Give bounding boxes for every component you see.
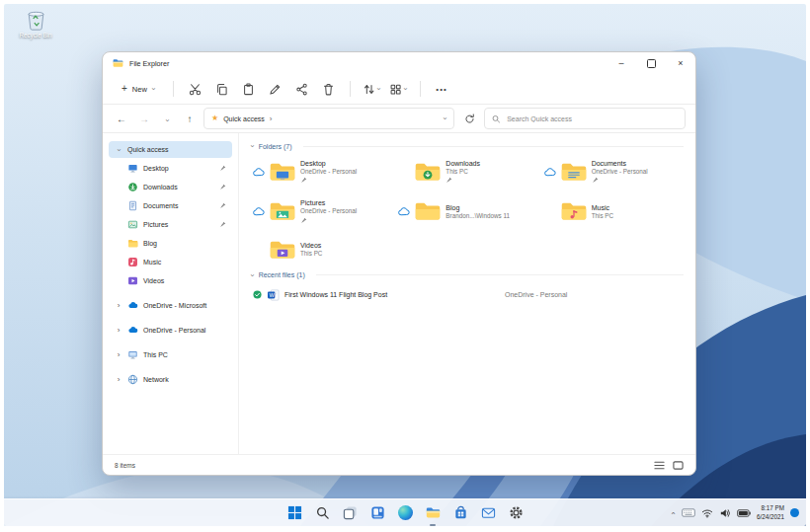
breadcrumb[interactable]: ★ Quick access › › [203,108,454,129]
details-view-toggle[interactable] [654,460,665,471]
cloud-status-icon [253,168,265,177]
folder-tile-videos[interactable]: Videos This PC [251,237,392,264]
settings-button[interactable] [505,502,526,524]
folder-tile-downloads[interactable]: Downloads This PC [396,157,537,187]
toolbar-divider [350,81,351,97]
folders-section-header[interactable]: › Folders (7) [251,142,684,150]
forward-button[interactable]: → [135,114,153,124]
paste-button[interactable] [236,78,261,100]
refresh-icon [464,114,475,124]
search-box[interactable] [484,108,686,129]
folder-tile-desktop[interactable]: Desktop OneDrive - Personal [251,157,392,187]
touch-keyboard-icon[interactable] [682,508,695,517]
pictures-icon [127,219,138,230]
recent-locations-button[interactable]: › [158,114,176,124]
chevron-collapsed-icon: › [115,326,122,335]
view-icon [389,83,402,96]
delete-button[interactable] [316,78,341,100]
copy-icon [215,83,228,96]
sidebar-item-downloads[interactable]: Downloads [122,179,232,195]
wifi-icon[interactable] [701,508,713,518]
see-more-button[interactable]: ••• [430,78,454,100]
volume-icon[interactable] [719,508,731,518]
view-button[interactable]: › [386,78,411,100]
chevron-down-icon: › [375,88,383,91]
sidebar-item-music[interactable]: Music [122,254,232,270]
up-button[interactable]: ↑ [181,114,199,124]
recycle-bin[interactable]: Recycle Bin [12,8,59,38]
breadcrumb-root[interactable]: Quick access [223,115,265,122]
documents-icon [127,200,138,211]
sidebar-item-label: Desktop [143,165,169,172]
sidebar-item-label: OneDrive - Personal [143,327,205,334]
tray-chevron-up-icon[interactable]: › [671,511,679,514]
edge-button[interactable] [394,502,416,524]
file-list-area: › Folders (7) Desktop OneDrive - Persona… [239,133,695,454]
music-icon [127,257,138,267]
cut-icon [189,83,202,96]
sidebar-item-videos[interactable]: Videos [122,272,232,289]
microsoft-store-button[interactable] [449,502,471,524]
minimize-button[interactable]: – [607,52,636,74]
folder-location: Brandon...\Windows 11 [446,212,510,220]
sort-icon [363,83,375,96]
sidebar-item-pictures[interactable]: Pictures [122,216,232,233]
sidebar-item-label: Quick access [127,146,169,153]
sidebar-item-documents[interactable]: Documents [122,197,232,214]
large-icons-view-toggle[interactable] [673,460,684,471]
sidebar-item-label: This PC [143,351,168,358]
copy-button[interactable] [209,78,234,100]
close-button[interactable]: × [666,52,695,74]
widgets-button[interactable] [366,502,388,524]
taskbar-search-button[interactable] [311,502,333,524]
recent-file-row[interactable]: W First Windows 11 Flight Blog Post OneD… [251,286,684,304]
cut-button[interactable] [183,78,207,100]
address-dropdown-icon[interactable]: › [442,117,449,120]
cloud-status-icon [398,207,410,216]
minimize-icon: – [618,58,623,68]
sidebar-item-desktop[interactable]: Desktop [122,160,232,177]
more-icon: ••• [436,85,446,94]
folder-name: Downloads [446,159,480,168]
window-title: File Explorer [129,59,169,68]
sort-button[interactable]: › [360,78,384,100]
task-view-button[interactable] [339,502,361,524]
recent-file-location: OneDrive - Personal [505,291,567,298]
folder-icon [560,200,588,223]
folder-tile-pictures[interactable]: Pictures OneDrive - Personal [251,196,392,226]
sidebar-item-quick-access[interactable]: › Quick access [109,141,232,158]
back-button[interactable]: ← [113,114,130,124]
file-explorer-button[interactable] [422,502,444,524]
recent-file-name: First Windows 11 Flight Blog Post [284,291,500,298]
sidebar-item-this-pc[interactable]: › This PC [109,346,232,363]
rename-button[interactable] [263,78,287,100]
folder-tile-music[interactable]: Music This PC [542,196,684,226]
desktop-icon [127,163,138,174]
sidebar-item-onedrive-microsoft[interactable]: › OneDrive - Microsoft [109,297,232,314]
refresh-button[interactable] [459,114,479,124]
taskbar-clock[interactable]: 8:17 PM 6/24/2021 [757,504,784,521]
toolbar-divider [420,81,421,97]
notification-badge[interactable] [790,508,799,517]
cloud-status-icon [253,207,265,216]
search-input[interactable] [505,114,678,123]
battery-icon[interactable] [737,509,751,517]
new-button[interactable]: + New › [113,80,164,98]
search-icon [492,114,500,123]
folder-tile-blog[interactable]: Blog Brandon...\Windows 11 [396,196,537,226]
sidebar-item-network[interactable]: › Network [109,371,232,388]
folder-tile-documents[interactable]: Documents OneDrive - Personal [542,157,684,187]
mail-button[interactable] [477,502,499,524]
sidebar-item-label: Documents [143,202,178,209]
file-explorer-window: File Explorer – × + New › [102,51,696,476]
share-button[interactable] [289,78,314,100]
sidebar-item-onedrive-personal[interactable]: › OneDrive - Personal [109,322,232,339]
recent-files-section-header[interactable]: › Recent files (1) [251,271,684,279]
sidebar-item-blog[interactable]: Blog [122,235,232,252]
desktop[interactable]: Recycle Bin File Explorer – × + New › [4,4,806,526]
folder-name: Documents [592,159,648,168]
maximize-button[interactable] [636,52,666,74]
start-button[interactable] [284,502,305,524]
titlebar[interactable]: File Explorer – × [103,52,695,74]
sidebar-item-label: Videos [143,277,164,284]
